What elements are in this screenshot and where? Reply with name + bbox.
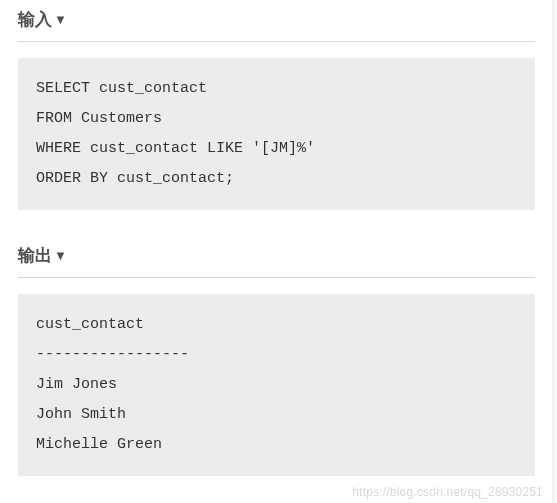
output-section-header[interactable]: 输出 ▼ (18, 244, 535, 278)
chevron-down-icon: ▼ (54, 248, 67, 263)
input-code-block: SELECT cust_contact FROM Customers WHERE… (18, 58, 535, 210)
input-title: 输入 (18, 8, 52, 31)
chevron-down-icon: ▼ (54, 12, 67, 27)
output-title: 输出 (18, 244, 52, 267)
watermark-text: https://blog.csdn.net/qq_28930251 (352, 485, 543, 499)
input-section-header[interactable]: 输入 ▼ (18, 8, 535, 42)
right-edge-shadow (552, 0, 557, 503)
output-code-block: cust_contact ----------------- Jim Jones… (18, 294, 535, 476)
